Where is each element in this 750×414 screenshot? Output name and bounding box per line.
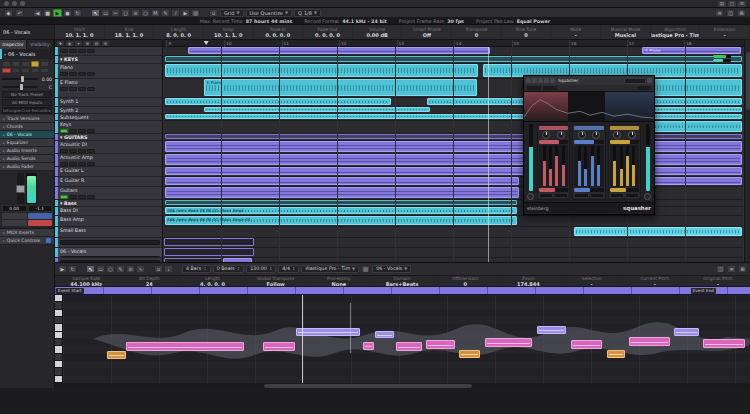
track-mini-button[interactable]	[78, 195, 86, 199]
hub-icon[interactable]: ◆	[4, 9, 13, 17]
editor-zoom-icon[interactable]: ◫	[716, 265, 725, 273]
clip[interactable]	[164, 238, 254, 246]
definition-field-4-4[interactable]: 4/4↕	[278, 265, 299, 273]
erase-tool[interactable]: ⊘	[126, 265, 135, 273]
low-band-value-box[interactable]	[554, 193, 568, 198]
track-mini-button[interactable]	[87, 129, 95, 133]
chevron-down-icon[interactable]: ▾	[75, 41, 82, 46]
track-mini-button[interactable]	[60, 195, 68, 199]
track-control-button[interactable]	[31, 68, 40, 74]
clip[interactable]	[188, 47, 490, 54]
mid-band-slider[interactable]	[574, 140, 603, 144]
editor-canvas[interactable]	[63, 295, 750, 383]
editor-info-processing[interactable]: ProcessingNone	[308, 276, 371, 286]
info-field-volume[interactable]: Volume0.00 dB	[353, 25, 403, 39]
workspace-icon[interactable]: ▤	[718, 1, 726, 7]
record-enable-button[interactable]	[28, 220, 53, 226]
inspector-tab-visibility[interactable]: Visibility	[27, 40, 54, 49]
inspector-section-midi-inserts[interactable]: MIDI Inserts	[0, 229, 54, 237]
plugin-write-icon[interactable]	[544, 78, 549, 83]
track-mini-button[interactable]	[78, 49, 86, 53]
close-window-icon[interactable]	[4, 1, 9, 6]
low-band-value-box[interactable]	[539, 193, 553, 198]
draw-tool[interactable]: ✎	[161, 9, 170, 17]
clip[interactable]	[165, 114, 743, 119]
volume-slider[interactable]	[2, 78, 38, 80]
track-e-piano[interactable]: E Piano	[55, 79, 162, 98]
info-field-extension[interactable]: Extension-	[700, 25, 750, 39]
color-tool[interactable]: ▧	[191, 9, 200, 17]
track-control-button[interactable]	[12, 68, 21, 74]
mid-band-threshold-knob[interactable]	[578, 131, 586, 139]
window-icon[interactable]: ⊞	[737, 9, 746, 17]
timeline-ruler[interactable]: 9101112131415161718	[163, 40, 744, 47]
clip[interactable]	[165, 177, 519, 185]
channel-fader[interactable]	[17, 173, 24, 204]
glue-tool[interactable]: ⋃	[121, 9, 130, 17]
monitor-button[interactable]	[2, 220, 27, 226]
pitch-segment[interactable]	[571, 340, 602, 349]
piano-key[interactable]	[55, 295, 62, 302]
clip[interactable]	[204, 107, 431, 112]
track-bass[interactable]: ▾ Bass	[55, 200, 162, 207]
object-selection-tool[interactable]: ↖	[86, 265, 95, 273]
track-row[interactable]	[55, 238, 162, 248]
pan-slider[interactable]	[2, 86, 38, 88]
clip[interactable]	[165, 56, 743, 62]
clip[interactable]	[165, 167, 743, 175]
mid-band-ratio-knob[interactable]	[592, 131, 600, 139]
layout-icon[interactable]: ⊞	[738, 1, 746, 7]
track-mini-button[interactable]	[87, 49, 95, 53]
high-band-value-box[interactable]	[625, 193, 639, 198]
track-guitars[interactable]: ▾ GUITARS	[55, 134, 162, 141]
pitch-segment[interactable]	[426, 340, 455, 349]
editor-info-global-transpose[interactable]: Global TransposeFollow	[245, 276, 308, 286]
open-in-window-icon[interactable]: ⊞	[738, 265, 747, 273]
info-field-mute[interactable]: Mute-	[551, 25, 601, 39]
volume-slider-handle[interactable]	[21, 76, 24, 82]
editor-info-original-pitch[interactable]: Original Pitch-	[687, 276, 750, 286]
plugin-menu-icon[interactable]	[647, 78, 652, 83]
info-field-transpose[interactable]: Transpose0	[452, 25, 502, 39]
track-subsequent[interactable]: Subsequent	[55, 114, 162, 121]
clip[interactable]	[165, 134, 743, 139]
info-field-smart-phase[interactable]: Smart PhaseOff	[402, 25, 452, 39]
color-menu-icon[interactable]: ▧	[361, 265, 370, 273]
mute-tool[interactable]: M	[151, 9, 160, 17]
track-mini-button[interactable]	[60, 149, 68, 153]
pitch-segment[interactable]	[703, 339, 745, 348]
track-control-button[interactable]	[31, 61, 40, 67]
inspector-section-audio-fader[interactable]: Audio Fader	[0, 163, 54, 171]
quantize-select[interactable]: Q1/8▼	[294, 9, 321, 17]
pitch-segment[interactable]	[126, 342, 244, 351]
preset-row-no-track-preset[interactable]: No Track Preset	[2, 91, 52, 98]
low-band-ratio-knob[interactable]	[557, 131, 565, 139]
pitch-segment[interactable]	[375, 331, 394, 338]
inspector-section-track-versions[interactable]: Track Versions	[0, 115, 54, 123]
zones-icon[interactable]: ⊞	[102, 41, 109, 46]
fader-handle[interactable]	[16, 185, 25, 193]
audition-play-icon[interactable]: ▶	[58, 265, 67, 273]
preset-row-all-midi-inputs[interactable]: All MIDI Inputs	[2, 99, 52, 106]
piano-key[interactable]	[55, 324, 62, 331]
plugin-read-icon[interactable]	[538, 78, 543, 83]
editor-info-offline-gain[interactable]: Offline Gain0	[434, 276, 497, 286]
low-band-threshold-knob[interactable]	[542, 131, 550, 139]
high-band-mix-slider[interactable]	[610, 188, 639, 192]
track-mini-button[interactable]	[69, 49, 77, 53]
piano-key[interactable]	[55, 361, 62, 368]
track-keys[interactable]: ▾ KEYS	[55, 56, 162, 64]
inspector-channel-section[interactable]: 06 - Vocals	[0, 131, 54, 139]
inspector-section-equalizer[interactable]: Equalizer	[0, 139, 54, 147]
track-bass-amp[interactable]: Bass Amp	[55, 216, 162, 227]
track-mini-button[interactable]	[69, 129, 77, 133]
track-mini-button[interactable]	[69, 149, 77, 153]
track-mini-button[interactable]	[78, 162, 86, 166]
info-field-fade-in[interactable]: Fade-In0. 0. 0. 0	[254, 25, 304, 39]
plugin-activate-icon[interactable]	[526, 78, 531, 83]
high-band-value-box[interactable]	[610, 193, 624, 198]
track-mini-button[interactable]	[60, 129, 68, 133]
piano-key[interactable]	[55, 376, 62, 383]
mid-band-value-box[interactable]	[590, 193, 604, 198]
info-field-fade-out[interactable]: Fade-Out0. 0. 0. 0	[303, 25, 353, 39]
